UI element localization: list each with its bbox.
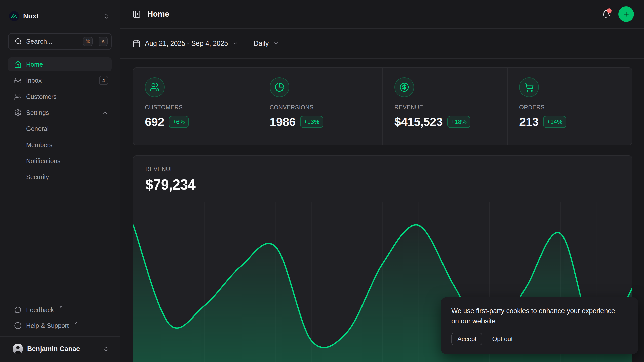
avatar <box>13 344 23 354</box>
user-menu[interactable]: Benjamin Canac <box>8 338 112 359</box>
sidebar-divider <box>0 336 120 337</box>
dollar-circle-icon <box>394 77 414 97</box>
stats-row: CUSTOMERS 692 +6% CONVERSIONS 1986 +13% <box>133 67 632 145</box>
sidebar: Nuxt Search... ⌘ K Home <box>0 0 120 362</box>
notifications-button[interactable] <box>602 10 611 19</box>
chevrons-up-down-icon <box>103 346 109 352</box>
header-actions <box>602 6 634 22</box>
sidebar-item-security[interactable]: Security <box>8 170 112 184</box>
sidebar-item-label: Inbox <box>26 77 42 84</box>
plus-icon <box>622 10 630 18</box>
chevrons-up-down-icon <box>103 13 110 19</box>
sidebar-item-label: Home <box>26 61 43 68</box>
add-button[interactable] <box>618 6 634 22</box>
collapse-sidebar-button[interactable] <box>132 10 141 18</box>
stat-value: $415,523 <box>394 115 443 129</box>
filters-toolbar: Aug 21, 2025 - Sep 4, 2025 Daily <box>120 29 644 59</box>
feedback-link[interactable]: Feedback <box>8 302 112 318</box>
nuxt-logo-icon <box>9 11 19 21</box>
users-icon <box>145 77 165 97</box>
stat-value: 213 <box>519 115 539 129</box>
search-icon <box>15 38 22 45</box>
sidebar-item-members[interactable]: Members <box>8 138 112 152</box>
sidebar-item-notifications[interactable]: Notifications <box>8 154 112 168</box>
pie-chart-icon <box>270 77 289 97</box>
subnav-label: Notifications <box>26 157 60 165</box>
sidebar-item-label: Settings <box>26 109 49 116</box>
stat-delta-badge: +14% <box>543 116 566 128</box>
user-name: Benjamin Canac <box>27 345 80 353</box>
stat-delta-badge: +13% <box>300 116 323 128</box>
granularity-select[interactable]: Daily <box>254 40 279 48</box>
search-input[interactable]: Search... ⌘ K <box>8 33 112 50</box>
inbox-icon <box>14 77 22 84</box>
stat-delta-badge: +6% <box>169 116 189 128</box>
shopping-cart-icon <box>519 77 539 97</box>
granularity-label: Daily <box>254 40 269 48</box>
cookie-message: We use first-party cookies to enhance yo… <box>451 306 617 326</box>
sidebar-footer: Feedback Help & Support Benjamin <box>8 302 112 359</box>
date-range-picker[interactable]: Aug 21, 2025 - Sep 4, 2025 <box>132 39 238 48</box>
info-circle-icon <box>14 322 22 329</box>
stat-card-customers: CUSTOMERS 692 +6% <box>133 68 258 145</box>
page-title: Home <box>147 10 169 19</box>
app-root: Nuxt Search... ⌘ K Home <box>0 0 644 362</box>
message-bubble-icon <box>14 306 22 314</box>
panel-left-close-icon <box>132 10 141 18</box>
optout-cookies-button[interactable]: Opt out <box>492 335 513 343</box>
kbd-k: K <box>99 37 108 46</box>
inbox-count-badge: 4 <box>99 76 108 85</box>
external-link-icon <box>59 305 63 309</box>
settings-subnav: General Members Notifications Security <box>8 122 112 184</box>
revenue-chart-label: REVENUE <box>145 166 632 173</box>
sidebar-nav: Home Inbox 4 Customers Settings <box>8 57 112 184</box>
stat-label: CONVERSIONS <box>270 104 382 111</box>
stat-card-revenue: REVENUE $415,523 +18% <box>382 68 507 145</box>
external-link-icon <box>74 321 78 325</box>
sidebar-item-home[interactable]: Home <box>8 57 112 71</box>
stat-value: 1986 <box>270 115 296 129</box>
sidebar-item-inbox[interactable]: Inbox 4 <box>8 73 112 87</box>
accept-cookies-button[interactable]: Accept <box>451 333 482 345</box>
stat-label: REVENUE <box>394 104 507 111</box>
stat-value: 692 <box>145 115 164 129</box>
workspace-name: Nuxt <box>23 12 39 20</box>
stat-label: CUSTOMERS <box>145 104 258 111</box>
search-placeholder: Search... <box>26 38 79 46</box>
home-icon <box>14 61 22 68</box>
stat-delta-badge: +18% <box>447 116 470 128</box>
stat-card-conversions: CONVERSIONS 1986 +13% <box>258 68 382 145</box>
date-range-label: Aug 21, 2025 - Sep 4, 2025 <box>145 40 228 48</box>
kbd-cmd: ⌘ <box>83 37 93 46</box>
sidebar-item-settings[interactable]: Settings <box>8 106 112 120</box>
chevron-down-icon <box>273 40 279 47</box>
feedback-label: Feedback <box>26 306 54 314</box>
chevron-down-icon <box>232 40 238 47</box>
revenue-chart-value: $79,234 <box>145 176 632 193</box>
users-icon <box>14 93 22 100</box>
subnav-label: General <box>26 125 49 132</box>
help-support-label: Help & Support <box>26 322 69 329</box>
stat-label: ORDERS <box>519 104 632 111</box>
chevron-up-icon <box>102 109 108 116</box>
cookie-banner: We use first-party cookies to enhance yo… <box>441 297 638 354</box>
subnav-label: Security <box>26 173 49 181</box>
page-header: Home <box>120 0 644 29</box>
help-support-link[interactable]: Help & Support <box>8 318 112 333</box>
workspace-switcher[interactable]: Nuxt <box>8 5 112 27</box>
stat-card-orders: ORDERS 213 +14% <box>507 68 632 145</box>
sidebar-item-customers[interactable]: Customers <box>8 89 112 104</box>
notification-dot <box>607 8 612 13</box>
sidebar-item-label: Customers <box>26 93 57 100</box>
calendar-icon <box>132 39 140 48</box>
sidebar-item-general[interactable]: General <box>8 122 112 136</box>
gear-icon <box>14 109 22 116</box>
subnav-label: Members <box>26 141 52 149</box>
